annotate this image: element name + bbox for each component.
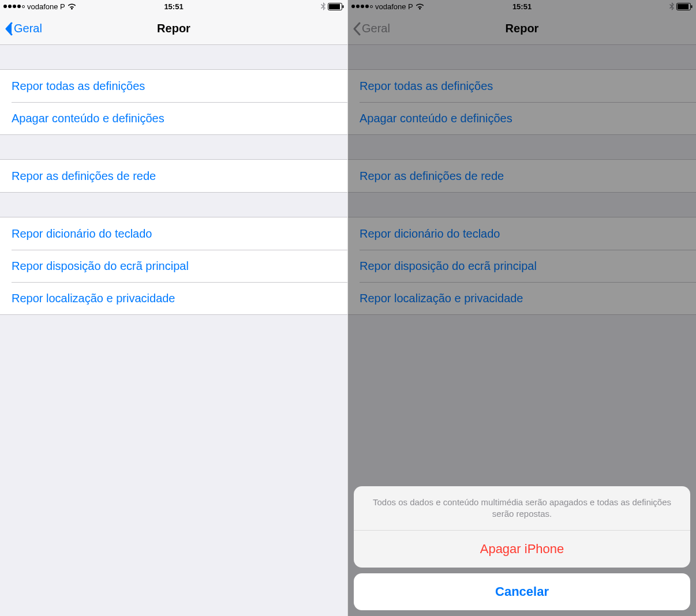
carrier-label: vodafone P [375, 2, 413, 11]
row-label: Repor as definições de rede [360, 170, 504, 183]
back-label: Geral [362, 22, 390, 35]
svg-rect-4 [678, 4, 688, 9]
nav-bar: Geral Repor [348, 13, 696, 45]
battery-icon [676, 3, 693, 10]
erase-iphone-button[interactable]: Apagar iPhone [354, 531, 690, 568]
row-label: Apagar conteúdo e definições [360, 112, 512, 125]
nav-title: Repor [506, 22, 539, 35]
back-button[interactable]: Geral [353, 22, 390, 36]
reset-all-settings-row[interactable]: Repor todas as definições [348, 70, 696, 102]
reset-home-layout-row[interactable]: Repor disposição do ecrã principal [348, 250, 696, 282]
row-label: Repor localização e privacidade [360, 292, 523, 305]
screen-reset-settings-confirm: vodafone P 15:51 Geral Repor [348, 0, 696, 616]
back-button[interactable]: Geral [5, 22, 42, 36]
reset-location-privacy-row[interactable]: Repor localização e privacidade [0, 282, 347, 314]
reset-location-privacy-row[interactable]: Repor localização e privacidade [348, 282, 696, 314]
nav-title: Repor [157, 22, 190, 35]
action-sheet-message: Todos os dados e conteúdo multimédia ser… [354, 486, 690, 531]
row-label: Repor todas as definições [360, 80, 493, 93]
row-label: Apagar conteúdo e definições [12, 112, 164, 125]
reset-keyboard-dictionary-row[interactable]: Repor dicionário do teclado [348, 217, 696, 250]
row-label: Repor disposição do ecrã principal [12, 260, 189, 273]
screen-reset-settings: vodafone P 15:51 Geral Repor [0, 0, 348, 616]
erase-content-settings-row[interactable]: Apagar conteúdo e definições [0, 102, 347, 134]
cancel-button[interactable]: Cancelar [354, 573, 690, 610]
row-label: Repor dicionário do teclado [360, 227, 500, 241]
carrier-label: vodafone P [27, 2, 65, 11]
erase-content-settings-row[interactable]: Apagar conteúdo e definições [348, 102, 696, 134]
row-label: Repor todas as definições [12, 80, 145, 93]
row-label: Repor dicionário do teclado [12, 227, 152, 241]
settings-group-2: Repor as definições de rede [348, 159, 696, 193]
reset-home-layout-row[interactable]: Repor disposição do ecrã principal [0, 250, 347, 282]
bluetooth-icon [321, 2, 325, 10]
reset-network-settings-row[interactable]: Repor as definições de rede [0, 160, 347, 192]
chevron-left-icon [5, 22, 13, 36]
settings-group-3: Repor dicionário do teclado Repor dispos… [0, 217, 347, 315]
status-bar: vodafone P 15:51 [348, 0, 696, 13]
settings-group-3: Repor dicionário do teclado Repor dispos… [348, 217, 696, 315]
svg-rect-1 [329, 4, 340, 9]
wifi-icon [68, 3, 76, 10]
nav-bar: Geral Repor [0, 13, 347, 45]
reset-all-settings-row[interactable]: Repor todas as definições [0, 70, 347, 102]
settings-group-1: Repor todas as definições Apagar conteúd… [348, 69, 696, 135]
settings-group-1: Repor todas as definições Apagar conteúd… [0, 69, 347, 135]
battery-icon [328, 3, 344, 10]
action-sheet: Todos os dados e conteúdo multimédia ser… [354, 486, 690, 611]
svg-rect-5 [691, 5, 693, 8]
bluetooth-icon [669, 2, 674, 10]
svg-rect-2 [343, 5, 344, 8]
reset-network-settings-row[interactable]: Repor as definições de rede [348, 160, 696, 192]
signal-strength-icon [3, 5, 25, 8]
back-label: Geral [14, 22, 42, 35]
settings-group-2: Repor as definições de rede [0, 159, 347, 193]
row-label: Repor localização e privacidade [12, 292, 175, 305]
clock-label: 15:51 [164, 2, 183, 11]
row-label: Repor disposição do ecrã principal [360, 260, 537, 273]
clock-label: 15:51 [512, 2, 532, 11]
row-label: Repor as definições de rede [12, 170, 156, 183]
signal-strength-icon [351, 5, 373, 8]
reset-keyboard-dictionary-row[interactable]: Repor dicionário do teclado [0, 217, 347, 250]
wifi-icon [416, 3, 424, 10]
status-bar: vodafone P 15:51 [0, 0, 347, 13]
chevron-left-icon [353, 22, 361, 36]
action-label: Apagar iPhone [480, 542, 564, 557]
cancel-label: Cancelar [495, 584, 549, 599]
